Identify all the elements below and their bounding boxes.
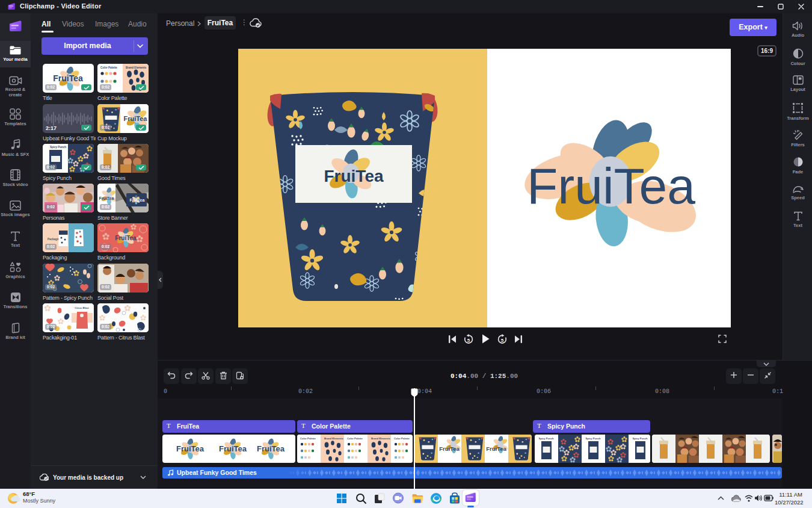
svg-text:FruiTea: FruiTea [53, 73, 83, 83]
svg-text:FruiTea: FruiTea [219, 444, 247, 453]
svg-text:FruiTea: FruiTea [99, 196, 114, 200]
svg-text:Brand Elements: Brand Elements [126, 66, 147, 69]
svg-text:5: 5 [501, 338, 504, 343]
svg-text:Spicy Punch: Spicy Punch [538, 437, 554, 440]
svg-text:FruiTea: FruiTea [439, 445, 460, 452]
svg-text:FruiTea: FruiTea [115, 235, 137, 241]
svg-text:5: 5 [467, 338, 470, 343]
svg-text:Brand Elements: Brand Elements [324, 437, 344, 440]
svg-text:FruiTea: FruiTea [527, 158, 695, 214]
svg-text:FruiTea: FruiTea [176, 444, 205, 453]
svg-text:Citrus Blast: Citrus Blast [75, 306, 89, 309]
svg-text:FruiTea: FruiTea [257, 444, 285, 453]
svg-text:FruiTea: FruiTea [324, 167, 383, 185]
svg-text:FruiTea: FruiTea [124, 115, 148, 122]
svg-text:Color Palette: Color Palette [100, 66, 117, 69]
svg-text:Color Palette: Color Palette [300, 437, 316, 440]
svg-text:Spicy Punch: Spicy Punch [50, 146, 66, 149]
svg-text:FruiTea: FruiTea [130, 198, 145, 202]
